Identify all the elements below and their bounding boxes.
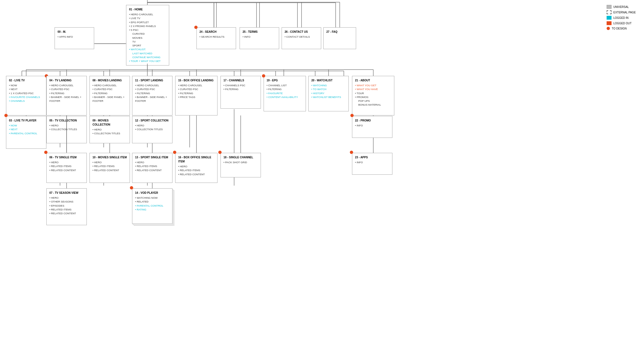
node-vod-player: 14 - VOD PLAYER WATCHING NOW RELATED PAR… (132, 188, 172, 224)
node-tv-season: 07 - TV SEASON VIEW HERO OTHER SEASONS E… (46, 188, 87, 225)
node-tv-landing-filter: FILTERING (49, 91, 84, 95)
node-box-office-single-related: RELATED ITEMS (178, 168, 214, 172)
node-faq-title: 27 - FAQ (326, 30, 353, 34)
node-box-office-landing-filter: FILTERING (178, 91, 214, 95)
legend-logged-out-label: LOGGED OUT (613, 22, 632, 25)
legend: UNIVERSAL EXTERNAL PAGE LOGGED IN LOGGED… (607, 5, 636, 32)
node-channels-title: 17 - CHANNELS (223, 78, 258, 82)
node-epg-title: 19 - EPG (267, 78, 303, 82)
node-home-tour: TOUR + WHAT YOU GET (129, 59, 166, 63)
legend-to-design: TO DESIGN (607, 27, 636, 30)
node-home-watchlist: WATCHLIST: (129, 47, 166, 51)
node-movies-collection: 09 - MOVIES COLLECTION HERO COLLECTION T… (90, 116, 130, 143)
node-home-hero: HERO CAROUSEL (129, 13, 166, 16)
node-about-promos-items: POP UPSBONUS MATERIAL (355, 99, 391, 107)
red-dot-vod-player (130, 186, 133, 189)
node-sport-landing: 11 - SPORT LANDING HERO CAROUSEL CURATED… (132, 76, 172, 115)
node-movies-single-title: 10 - MOVIES SINGLE ITEM (93, 155, 127, 159)
node-movies-collection-titles: COLLECTION TITLES (93, 132, 127, 135)
red-dot-apps (350, 151, 353, 154)
node-sport-landing-title: 11 - SPORT LANDING (135, 78, 169, 82)
node-live-tv-player-title: 03 - LIVE TV PLAYER (9, 118, 43, 123)
legend-logged-out: LOGGED OUT (607, 21, 636, 25)
node-home-live: LIVE TV (129, 16, 166, 20)
node-channels-psc: CHANNELS PSC (223, 84, 258, 87)
legend-external-label: EXTERNAL PAGE (613, 11, 636, 14)
node-home-title: 01 - HOME (129, 7, 166, 11)
node-box-office-landing-psc: CURATED PSC (178, 87, 214, 91)
node-about-tour: TOUR (355, 91, 391, 95)
node-about-get: WHAT YOU GET (355, 84, 391, 87)
node-live-tv-psc: 1 X CURATED PSC (9, 91, 43, 95)
node-sport-collection-title: 12 - SPORT COLLECTION (135, 118, 169, 123)
legend-universal-label: UNIVERSAL (613, 5, 629, 8)
legend-logged-in-box (607, 16, 612, 20)
legend-external-box (607, 10, 612, 14)
node-sport-landing-hero: HERO CAROUSEL (135, 84, 169, 87)
node-epg-filter: FILTERING (267, 87, 303, 91)
node-movies-landing-hero: HERO CAROUSEL (93, 84, 127, 87)
node-search-title: 24 - SEARCH (199, 30, 233, 34)
node-box-office-landing-hero: HERO CAROUSEL (178, 84, 214, 87)
node-apps-title: 23 - APPS (355, 155, 389, 159)
legend-logged-in: LOGGED IN (607, 16, 636, 20)
node-channels-filter: FILTERING (223, 87, 258, 91)
node-watchlist: 20 - WATCHLIST WATCHING TO WATCH HISTORY… (308, 76, 349, 111)
node-tv-collection-titles: COLLECTION TITLES (49, 127, 84, 131)
legend-logged-in-label: LOGGED IN (613, 16, 629, 19)
node-movies-single-hero: HERO (93, 160, 127, 164)
node-box-office-single: 16 - BOX OFFICE SINGLE ITEM HERO RELATED… (175, 153, 217, 183)
node-tv-landing-banner: BANNER - SIDE PANEL + FOOTER (49, 95, 84, 103)
node-live-tv-now: NOW (9, 84, 43, 87)
node-movies-landing-banner: BANNER - SIDE PANEL + FOOTER (93, 95, 127, 103)
node-tv-single-related: RELATED ITEMS (49, 164, 84, 168)
node-tv-season-seasons: OTHER SEASONS (49, 200, 84, 204)
node-single-channel-title: 18 - SINGLE CHANNEL (223, 155, 258, 159)
node-home-psc-items: CURATEDMOVIESTVSPORT (129, 32, 166, 47)
node-epg-channels: CHANNEL LIST (267, 84, 303, 87)
node-home-promo: 2 X PROMO PANELS (129, 24, 166, 28)
node-tv-landing: 04 - TV LANDING HERO CAROUSEL CURATED PS… (46, 76, 87, 115)
node-tv-season-content: RELATED CONTENT (49, 212, 84, 215)
node-sport-collection-hero: HERO (135, 124, 169, 127)
node-mobile-item-0: APPS INFO (58, 35, 91, 39)
node-sport-single-title: 13 - SPORT SINGLE ITEM (135, 155, 169, 159)
node-mobile: 00 - M. APPS INFO (55, 27, 94, 49)
node-live-tv-fav: FAVOURITE CHANNELS (9, 95, 43, 99)
node-movies-collection-hero: HERO (93, 128, 127, 132)
node-watchlist-watching: WATCHING (311, 84, 346, 87)
node-single-channel-grid: PACK SHOT GRID (223, 160, 258, 164)
node-about-title: 21 - ABOUT (355, 78, 391, 82)
node-sport-single-related: RELATED ITEMS (135, 164, 169, 168)
node-movies-landing: 08 - MOVIES LANDING HERO CAROUSEL CURATE… (90, 76, 130, 115)
node-tv-single: 06 - TV SINGLE ITEM HERO RELATED ITEMS R… (46, 153, 87, 183)
node-tv-season-title: 07 - TV SEASON VIEW (49, 191, 84, 195)
node-tv-collection-title: 05 - TV COLLECTION (49, 118, 84, 123)
node-contact-title: 26 - CONTACT US (285, 30, 318, 34)
node-watchlist-benefits: WATCHLIST BENEFITS (311, 95, 346, 99)
node-vod-player-watching: WATCHING NOW (135, 196, 169, 200)
node-home-epg: EPG PORTLET (129, 20, 166, 24)
node-live-tv-player-now: NOW (9, 124, 43, 127)
legend-universal: UNIVERSAL (607, 5, 636, 9)
node-live-tv-channels: CHANNELS (9, 99, 43, 103)
node-terms: 25 - TERMS INFO (240, 27, 279, 49)
node-contact-details: CONTACT DETAILS (285, 35, 318, 39)
node-faq: 27 - FAQ (323, 27, 356, 49)
node-single-channel: 18 - SINGLE CHANNEL PACK SHOT GRID (220, 153, 261, 177)
node-box-office-landing-price: PRICE TAGS (178, 95, 214, 99)
node-movies-single: 10 - MOVIES SINGLE ITEM HERO RELATED ITE… (90, 153, 130, 183)
node-tv-single-content: RELATED CONTENT (49, 168, 84, 172)
node-box-office-landing: 15 - BOX OFFICE LANDING HERO CAROUSEL CU… (175, 76, 217, 115)
red-dot-promo (350, 114, 354, 117)
node-movies-single-related: RELATED ITEMS (93, 164, 127, 168)
node-home: 01 - HOME HERO CAROUSEL LIVE TV EPG PORT… (126, 5, 169, 66)
node-apps: 23 - APPS INFO (352, 153, 392, 175)
node-promo: 22 - PROMO INFO (352, 116, 392, 138)
node-tv-season-hero: HERO (49, 196, 84, 200)
node-vod-player-parental: PARENTAL CONTROL (135, 204, 169, 208)
node-sport-collection-titles: COLLECTION TITLES (135, 127, 169, 131)
diagram-container: UNIVERSAL EXTERNAL PAGE LOGGED IN LOGGED… (0, 0, 644, 357)
node-live-tv-next: NEXT (9, 87, 43, 91)
node-terms-info: INFO (243, 35, 276, 39)
